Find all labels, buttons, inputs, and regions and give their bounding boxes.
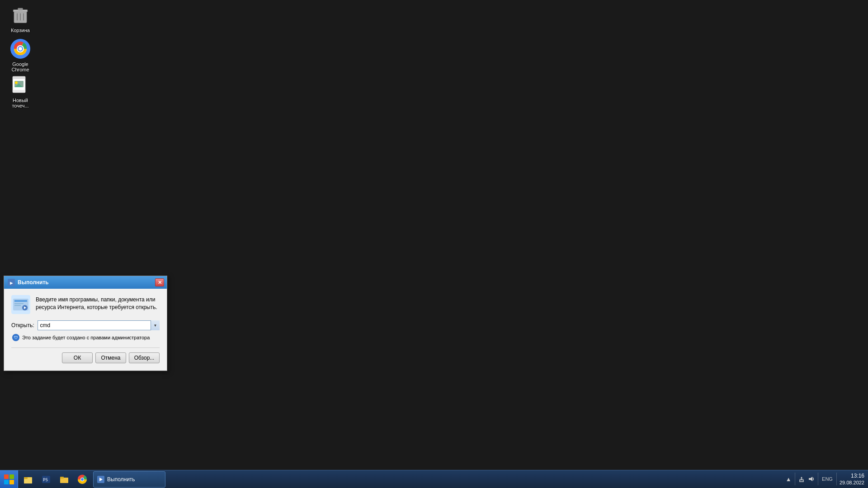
taskbar: PS Вып bbox=[0, 470, 868, 488]
dialog-titlebar: ► Выполнить ✕ bbox=[4, 276, 167, 289]
admin-notice-text: Это задание будет создано с правами адми… bbox=[22, 335, 150, 340]
tray-separator-1 bbox=[795, 473, 795, 485]
recycle-bin-icon bbox=[9, 4, 31, 26]
run-dialog: ► Выполнить ✕ bbox=[4, 276, 167, 371]
svg-rect-32 bbox=[60, 477, 64, 479]
dialog-title-left: ► Выполнить bbox=[8, 279, 49, 286]
cancel-button[interactable]: Отмена bbox=[95, 352, 126, 363]
tray-expand-icon[interactable]: ▲ bbox=[785, 475, 792, 483]
svg-rect-21 bbox=[14, 300, 27, 302]
svg-rect-2 bbox=[18, 8, 23, 10]
dropdown-arrow[interactable]: ▼ bbox=[151, 320, 160, 330]
taskbar-folder-icon[interactable] bbox=[55, 470, 73, 488]
recycle-bin-label: Корзина bbox=[11, 28, 30, 33]
dialog-buttons: ОК Отмена Обзор... bbox=[11, 352, 160, 363]
svg-text:PS: PS bbox=[43, 478, 48, 482]
ok-button[interactable]: ОК bbox=[62, 352, 93, 363]
chrome-label: Google Chrome bbox=[4, 61, 37, 72]
tray-network-icon[interactable] bbox=[798, 475, 805, 483]
bitmap-file-icon bbox=[9, 74, 31, 96]
tray-separator-2 bbox=[818, 473, 818, 485]
tray-language-indicator[interactable]: ENG bbox=[821, 475, 834, 483]
tray-clock[interactable]: 13:16 29.08.2022 bbox=[840, 473, 864, 486]
taskbar-run-label: Выполнить bbox=[107, 476, 135, 483]
dialog-close-button[interactable]: ✕ bbox=[155, 278, 164, 286]
uac-shield-icon: 🛡 bbox=[12, 334, 19, 341]
svg-point-36 bbox=[81, 478, 84, 481]
bitmap-label: Новый точеч... bbox=[4, 98, 37, 108]
svg-point-10 bbox=[19, 47, 22, 51]
start-button[interactable] bbox=[0, 470, 18, 488]
svg-rect-22 bbox=[14, 303, 24, 304]
svg-rect-23 bbox=[14, 305, 21, 306]
desktop-icon-chrome[interactable]: Google Chrome bbox=[2, 36, 38, 74]
dialog-header: Введите имя программы, папки, документа … bbox=[11, 295, 160, 314]
dialog-open-row: Открыть: ▼ bbox=[11, 320, 160, 330]
taskbar-explorer-icon[interactable] bbox=[19, 470, 37, 488]
tray-volume-icon[interactable] bbox=[808, 475, 815, 483]
desktop: Корзина Google Chrome bbox=[0, 0, 868, 470]
taskbar-pinned-icons: PS bbox=[19, 470, 91, 488]
taskbar-running-items: Выполнить bbox=[93, 470, 781, 488]
desktop-icon-recycle-bin[interactable]: Корзина bbox=[2, 2, 38, 35]
desktop-icon-bitmap[interactable]: Новый точеч... bbox=[2, 72, 38, 110]
dialog-header-text: Введите имя программы, папки, документа … bbox=[36, 295, 160, 311]
dialog-title-text: Выполнить bbox=[18, 279, 49, 286]
dialog-separator bbox=[11, 347, 160, 348]
browse-button[interactable]: Обзор... bbox=[129, 352, 160, 363]
tray-separator-3 bbox=[836, 473, 837, 485]
taskbar-tray: ▲ ENG 13:16 29.08.2022 bbox=[781, 473, 868, 486]
run-dialog-icon: ► bbox=[8, 279, 15, 286]
svg-marker-43 bbox=[809, 477, 812, 481]
run-taskbar-icon bbox=[97, 476, 104, 483]
taskbar-run-dialog-item[interactable]: Выполнить bbox=[93, 471, 165, 488]
svg-rect-12 bbox=[13, 76, 25, 79]
svg-rect-39 bbox=[800, 480, 803, 482]
svg-point-14 bbox=[15, 81, 18, 84]
svg-rect-16 bbox=[13, 90, 25, 93]
svg-rect-28 bbox=[24, 477, 28, 479]
svg-text:►: ► bbox=[9, 280, 14, 286]
dialog-input-wrap: ▼ bbox=[38, 320, 160, 330]
run-icon bbox=[11, 295, 30, 314]
chrome-icon bbox=[9, 38, 31, 60]
windows-logo-icon bbox=[4, 474, 14, 484]
open-label: Открыть: bbox=[11, 322, 34, 328]
tray-time: 13:16 bbox=[840, 473, 864, 480]
svg-point-41 bbox=[801, 477, 802, 479]
dialog-body: Введите имя программы, папки, документа … bbox=[4, 289, 167, 371]
tray-date: 29.08.2022 bbox=[840, 479, 864, 486]
admin-notice: 🛡 Это задание будет создано с правами ад… bbox=[12, 334, 160, 341]
taskbar-powershell-icon[interactable]: PS bbox=[37, 470, 55, 488]
run-input[interactable] bbox=[38, 320, 160, 330]
taskbar-chrome-icon[interactable] bbox=[73, 470, 91, 488]
